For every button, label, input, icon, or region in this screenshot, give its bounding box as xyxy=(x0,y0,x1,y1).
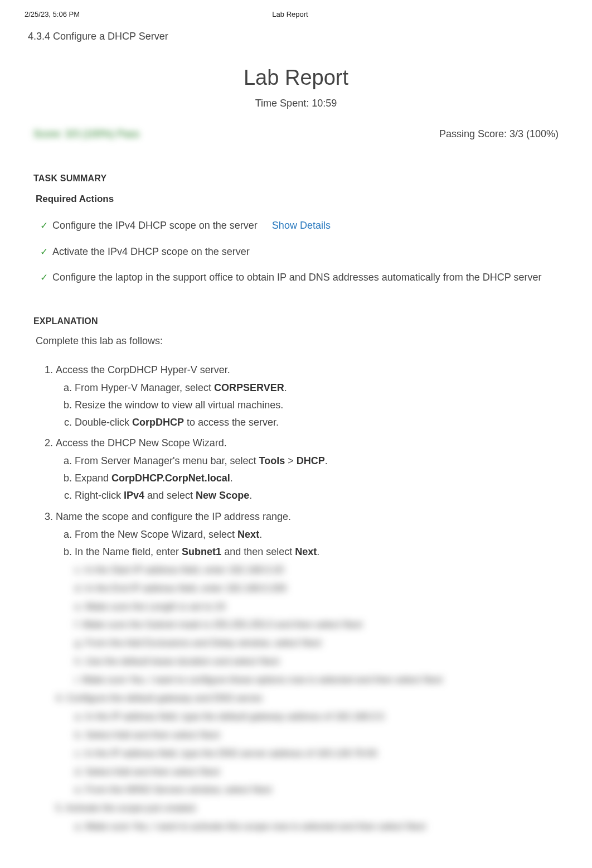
print-header: 2/25/23, 5:06 PM Lab Report xyxy=(0,0,592,23)
header-datetime: 2/25/23, 5:06 PM xyxy=(25,10,80,18)
required-actions-heading: Required Actions xyxy=(33,194,559,205)
time-spent: Time Spent: 10:59 xyxy=(0,98,592,109)
score-row: Score: 3/3 (100%) Pass Passing Score: 3/… xyxy=(0,128,592,140)
blur-line: d. Select Add and then select Next xyxy=(75,764,559,780)
header-spacer xyxy=(501,10,567,18)
action-item: ✓ Activate the IPv4 DHCP scope on the se… xyxy=(33,239,559,265)
substep-item: From Hyper-V Manager, select CORPSERVER. xyxy=(75,380,559,396)
substep-item: Right-click IPv4 and select New Scope. xyxy=(75,488,559,504)
task-summary-heading: TASK SUMMARY xyxy=(33,173,559,184)
blur-line: b. Select Add and then select Next xyxy=(75,727,559,744)
substep-item: Expand CorpDHCP.CorpNet.local. xyxy=(75,471,559,486)
lab-section-number: 4.3.4 Configure a DHCP Server xyxy=(0,23,592,50)
blur-line: e. Make sure the Length is set to 24 xyxy=(75,599,559,615)
action-item: ✓ Configure the IPv4 DHCP scope on the s… xyxy=(33,213,559,239)
substeps-list: From the New Scope Wizard, select Next. … xyxy=(56,527,559,560)
blur-line: c. In the Start IP address field, enter … xyxy=(75,562,559,578)
explanation-intro: Complete this lab as follows: xyxy=(33,335,559,347)
substep-item: In the Name field, enter Subnet1 and the… xyxy=(75,544,559,560)
check-icon: ✓ xyxy=(40,245,48,259)
blur-line: d. In the End IP address field, enter 19… xyxy=(75,581,559,597)
substeps-list: From Server Manager's menu bar, select T… xyxy=(56,454,559,504)
step-text: Access the DHCP New Scope Wizard. xyxy=(56,437,227,449)
step-item: Access the CorpDHCP Hyper-V server. From… xyxy=(56,363,559,431)
blur-line: 4. Configure the default gateway and DNS… xyxy=(56,691,559,707)
step-item: Access the DHCP New Scope Wizard. From S… xyxy=(56,436,559,504)
passing-score: Passing Score: 3/3 (100%) xyxy=(439,128,559,140)
step-text: Access the CorpDHCP Hyper-V server. xyxy=(56,364,230,375)
blur-line: e. From the WINS Servers window, select … xyxy=(75,782,559,798)
substep-item: Double-click CorpDHCP to access the serv… xyxy=(75,415,559,431)
blur-line: f. Make sure the Subnet mask is 255.255.… xyxy=(75,617,559,633)
blur-line: 5. Activate the scope just created. xyxy=(56,801,559,817)
step-item: Name the scope and configure the IP addr… xyxy=(56,509,559,835)
action-text: Activate the IPv4 DHCP scope on the serv… xyxy=(52,244,250,259)
blur-line: a. Make sure Yes, I want to activate thi… xyxy=(75,819,559,835)
page-title: Lab Report xyxy=(0,66,592,90)
explanation-heading: EXPLANATION xyxy=(33,316,559,326)
substeps-list: From Hyper-V Manager, select CORPSERVER.… xyxy=(56,380,559,431)
blur-line: i. Make sure Yes, I want to configure th… xyxy=(75,672,559,688)
steps-list: Access the CorpDHCP Hyper-V server. From… xyxy=(33,363,559,835)
show-details-link[interactable]: Show Details xyxy=(272,218,331,233)
blur-line: a. In the IP address field, type the def… xyxy=(75,709,559,725)
blur-line: c. In the IP address field, type the DNS… xyxy=(75,746,559,762)
substep-item: Resize the window to view all virtual ma… xyxy=(75,398,559,413)
check-icon: ✓ xyxy=(40,271,48,285)
action-text: Configure the IPv4 DHCP scope on the ser… xyxy=(52,218,258,233)
blurred-content-region: c. In the Start IP address field, enter … xyxy=(56,562,559,835)
check-icon: ✓ xyxy=(40,219,48,233)
header-doc-title: Lab Report xyxy=(80,10,501,18)
blur-line: g. From the Add Exclusions and Delay win… xyxy=(75,635,559,652)
step-text: Name the scope and configure the IP addr… xyxy=(56,511,291,522)
substep-item: From the New Scope Wizard, select Next. xyxy=(75,527,559,543)
substep-item: From Server Manager's menu bar, select T… xyxy=(75,454,559,469)
score-blurred: Score: 3/3 (100%) Pass xyxy=(33,128,139,140)
blur-line: h. Use the default lease duration and se… xyxy=(75,654,559,670)
action-item: ✓ Configure the laptop in the support of… xyxy=(33,264,559,291)
action-text: Configure the laptop in the support offi… xyxy=(52,270,541,284)
